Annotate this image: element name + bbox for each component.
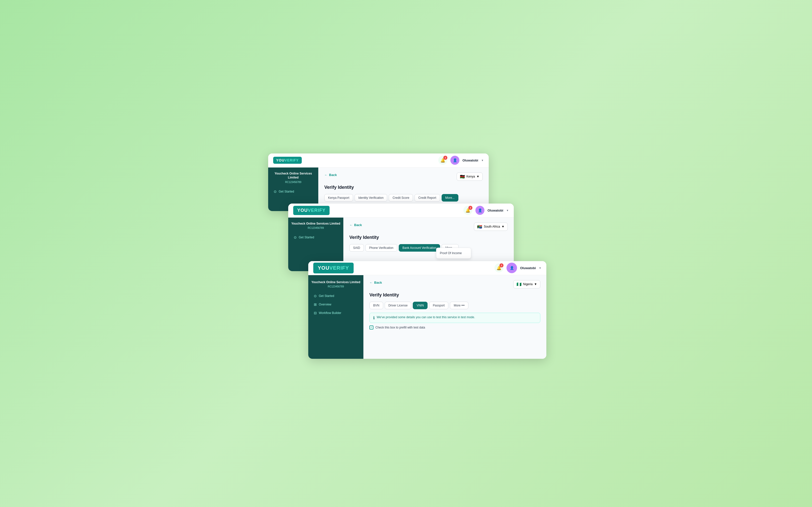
- notification-badge-sa: 2: [468, 206, 472, 210]
- info-text-ng: We've provided some details you can use …: [377, 316, 475, 319]
- username-sa: Oluwatobi: [488, 209, 503, 212]
- chevron-down-icon-ng: ▼: [539, 267, 541, 269]
- tabs-kenya: Kenya Passport Identity Verification Cre…: [324, 194, 483, 202]
- get-started-icon: ⊙: [274, 189, 277, 193]
- tab-credit-report[interactable]: Credit Report: [414, 194, 440, 202]
- avatar-sa: 👤: [475, 206, 485, 215]
- sidebar-workflow-ng[interactable]: ⊟ Workflow Builder: [311, 309, 360, 317]
- logo-kenya: YOUVERIFY: [273, 157, 302, 164]
- notification-button-kenya[interactable]: 🔔 2: [438, 156, 447, 165]
- logo-verify-ng: VERIFY: [329, 265, 349, 271]
- sidebar-label-overview-ng: Overview: [319, 303, 331, 306]
- overview-icon-ng: ⊞: [314, 302, 317, 306]
- south-africa-flag-icon: 🇿🇦: [477, 224, 482, 229]
- tab-driver-license[interactable]: Driver License: [385, 302, 411, 309]
- chevron-down-icon-sa: ▼: [506, 209, 509, 212]
- logo-south-africa: YOUVERIFY: [293, 206, 329, 215]
- back-button-sa[interactable]: ← Back: [349, 223, 362, 227]
- tab-identity-verification[interactable]: Identity Verification: [355, 194, 388, 202]
- company-name-sa: Youcheck Online Services Limited: [291, 222, 340, 226]
- tab-credit-score[interactable]: Credit Score: [389, 194, 413, 202]
- country-name-ng: Nigeria: [523, 282, 532, 286]
- logo-you-ng: YOU: [318, 265, 329, 271]
- tab-passport-ng[interactable]: Passport: [429, 302, 448, 309]
- top-row-kenya: ← Back 🇰🇪 Kenya ▼: [324, 172, 483, 181]
- top-row-ng: ← Back 🇳🇬 Nigeria ▼: [369, 280, 540, 288]
- sidebar-label-get-started: Get Started: [279, 190, 294, 193]
- back-label-kenya: Back: [329, 173, 337, 177]
- tab-more-ng[interactable]: More •••: [450, 302, 468, 309]
- tab-phone-verification[interactable]: Phone Verification: [365, 244, 397, 251]
- chevron-down-country-ng: ▼: [534, 282, 537, 286]
- page-title-kenya: Verify Identity: [324, 185, 483, 190]
- chevron-down-country-kenya: ▼: [476, 175, 479, 178]
- back-button-ng[interactable]: ← Back: [369, 281, 382, 284]
- top-row-sa: ← Back 🇿🇦 South Africa ▼: [349, 223, 508, 231]
- prefill-checkbox[interactable]: ✓: [369, 326, 373, 330]
- tab-said[interactable]: SAID: [349, 244, 364, 251]
- back-arrow-icon-ng: ←: [369, 281, 373, 284]
- sidebar-get-started-sa[interactable]: ⊙ Get Started: [291, 233, 340, 241]
- page-title-ng: Verify Identity: [369, 292, 540, 298]
- username-kenya: Oluwatobi: [462, 159, 478, 162]
- tab-bank-account-verification[interactable]: Bank Account Verification: [399, 244, 440, 251]
- country-selector-sa[interactable]: 🇿🇦 South Africa ▼: [474, 223, 508, 231]
- header-right-ng: 🔔 2 👤 Oluwatobi ▼: [495, 263, 541, 273]
- sidebar-label-get-started-sa: Get Started: [299, 236, 314, 239]
- company-rc-sa: RC123456789: [291, 227, 340, 229]
- chevron-down-icon-kenya: ▼: [481, 159, 484, 162]
- company-name-ng: Youcheck Online Services Limited: [311, 280, 360, 284]
- back-arrow-icon-sa: ←: [349, 223, 353, 227]
- tab-bvn[interactable]: BVN: [369, 302, 383, 309]
- dropdown-proof-of-income[interactable]: Proof Of Income: [436, 249, 471, 257]
- avatar-ng: 👤: [507, 263, 517, 273]
- nigeria-flag-icon: 🇳🇬: [516, 282, 521, 287]
- back-label-sa: Back: [354, 223, 362, 227]
- screenshots-container: YOUVERIFY 🔔 2 👤 Oluwatobi ▼ Youcheck Onl…: [268, 154, 544, 354]
- username-ng: Oluwatobi: [520, 266, 536, 270]
- logo-you-sa: YOU: [297, 208, 308, 213]
- country-name-sa: South Africa: [484, 225, 500, 228]
- main-ng: ← Back 🇳🇬 Nigeria ▼ Verify Identity BVN …: [363, 275, 546, 359]
- workflow-icon-ng: ⊟: [314, 311, 317, 315]
- chevron-down-country-sa: ▼: [502, 225, 505, 228]
- tab-more-kenya[interactable]: More...: [442, 194, 458, 202]
- sidebar-get-started-kenya[interactable]: ⊙ Get Started: [271, 187, 315, 195]
- get-started-icon-ng: ⊙: [314, 294, 317, 298]
- back-label-ng: Back: [374, 281, 382, 284]
- sidebar-get-started-ng[interactable]: ⊙ Get Started: [311, 292, 360, 300]
- get-started-icon-sa: ⊙: [294, 235, 297, 239]
- kenya-flag-icon: 🇰🇪: [460, 174, 465, 179]
- body-ng: Youcheck Online Services Limited RC12345…: [308, 275, 546, 359]
- back-button-kenya[interactable]: ← Back: [324, 173, 337, 177]
- tab-vnin[interactable]: VNIN: [413, 302, 427, 309]
- window-nigeria: YOUVERIFY 🔔 2 👤 Oluwatobi ▼ Youcheck Onl…: [308, 261, 546, 359]
- page-title-sa: Verify Identity: [349, 235, 508, 240]
- header-right-kenya: 🔔 2 👤 Oluwatobi ▼: [438, 156, 484, 165]
- country-selector-kenya[interactable]: 🇰🇪 Kenya ▼: [457, 172, 483, 181]
- more-dropdown-sa: Proof Of Income: [436, 247, 471, 259]
- logo-you: YOU: [276, 158, 285, 162]
- checkbox-label-ng: Check this box to prefill with test data: [375, 326, 425, 329]
- header-nigeria: YOUVERIFY 🔔 2 👤 Oluwatobi ▼: [308, 261, 546, 275]
- notification-badge-kenya: 2: [443, 156, 447, 160]
- country-name-kenya: Kenya: [466, 175, 475, 178]
- tab-kenya-passport[interactable]: Kenya Passport: [324, 194, 353, 202]
- header-kenya: YOUVERIFY 🔔 2 👤 Oluwatobi ▼: [268, 154, 489, 168]
- notification-badge-ng: 2: [500, 263, 504, 267]
- tabs-ng: BVN Driver License VNIN Passport More ••…: [369, 302, 540, 309]
- logo-nigeria: YOUVERIFY: [313, 263, 354, 273]
- notification-button-ng[interactable]: 🔔 2: [495, 263, 504, 272]
- company-rc-ng: RC123456789: [311, 285, 360, 288]
- notification-button-sa[interactable]: 🔔 2: [463, 206, 472, 215]
- avatar-kenya: 👤: [450, 156, 459, 165]
- back-arrow-icon-kenya: ←: [324, 173, 327, 177]
- sidebar-label-workflow-ng: Workflow Builder: [319, 311, 341, 315]
- company-name-kenya: Youcheck Online Services Limited: [271, 171, 315, 180]
- sidebar-overview-ng[interactable]: ⊞ Overview: [311, 300, 360, 308]
- header-right-sa: 🔔 2 👤 Oluwatobi ▼: [463, 206, 509, 215]
- country-selector-ng[interactable]: 🇳🇬 Nigeria ▼: [513, 280, 540, 288]
- logo-verify: VERIFY: [285, 158, 299, 162]
- info-icon-ng: ℹ: [373, 316, 375, 320]
- window-kenya: YOUVERIFY 🔔 2 👤 Oluwatobi ▼ Youcheck Onl…: [268, 154, 489, 211]
